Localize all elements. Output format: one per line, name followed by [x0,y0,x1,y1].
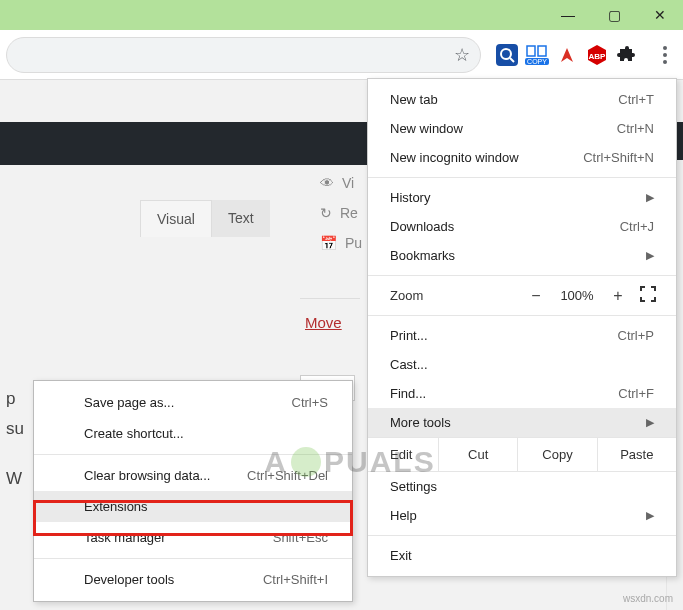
svg-rect-0 [496,44,518,66]
more-tools-submenu: Save page as...Ctrl+S Create shortcut...… [33,380,353,602]
paste-button[interactable]: Paste [597,438,676,471]
extension-icons: COPY ABP [493,41,641,69]
svg-rect-4 [538,46,546,56]
eye-icon: 👁 [320,175,334,191]
fullscreen-icon[interactable] [634,286,662,305]
body-text-fragment-2: su [6,415,24,442]
copy-extension-icon[interactable]: COPY [523,41,551,69]
chrome-main-menu: New tabCtrl+T New windowCtrl+N New incog… [367,78,677,577]
editor-tabs: Visual Text [140,200,270,237]
side-revisions: Re [340,205,358,221]
copy-button[interactable]: Copy [517,438,596,471]
menu-new-tab[interactable]: New tabCtrl+T [368,85,676,114]
close-button[interactable]: ✕ [637,0,683,30]
edit-label: Edit [368,438,438,471]
chevron-right-icon: ▶ [646,509,654,522]
footer-credit: wsxdn.com [623,593,673,604]
zoom-in-button[interactable]: + [602,287,634,305]
tab-text[interactable]: Text [212,200,270,237]
menu-new-window[interactable]: New windowCtrl+N [368,114,676,143]
svg-point-8 [663,53,667,57]
copy-badge: COPY [525,58,549,65]
zoom-label: Zoom [390,288,520,303]
submenu-extensions[interactable]: Extensions [34,491,352,522]
menu-exit[interactable]: Exit [368,541,676,570]
menu-downloads[interactable]: DownloadsCtrl+J [368,212,676,241]
menu-zoom-row: Zoom − 100% + [368,281,676,310]
extensions-puzzle-icon[interactable] [613,41,641,69]
menu-incognito[interactable]: New incognito windowCtrl+Shift+N [368,143,676,172]
sidebar-meta: 👁Vi ↻Re 📅Pu [320,175,362,251]
maximize-button[interactable]: ▢ [591,0,637,30]
svg-rect-3 [527,46,535,56]
menu-settings[interactable]: Settings [368,472,676,501]
search-extension-icon[interactable] [493,41,521,69]
chrome-menu-button[interactable] [647,37,683,73]
adblock-extension-icon[interactable]: ABP [583,41,611,69]
submenu-developer-tools[interactable]: Developer toolsCtrl+Shift+I [34,564,352,595]
menu-cast[interactable]: Cast... [368,350,676,379]
side-visibility: Vi [342,175,354,191]
zoom-value: 100% [552,288,602,303]
move-link[interactable]: Move [305,314,342,331]
address-bar[interactable]: ☆ [6,37,481,73]
chevron-right-icon: ▶ [646,249,654,262]
menu-bookmarks[interactable]: Bookmarks▶ [368,241,676,270]
menu-more-tools[interactable]: More tools▶ [368,408,676,437]
minimize-button[interactable]: — [545,0,591,30]
cut-button[interactable]: Cut [438,438,517,471]
bookmark-star-icon[interactable]: ☆ [454,44,470,66]
chevron-right-icon: ▶ [646,191,654,204]
menu-print[interactable]: Print...Ctrl+P [368,321,676,350]
submenu-task-manager[interactable]: Task managerShift+Esc [34,522,352,553]
svg-text:ABP: ABP [589,52,607,61]
arrow-extension-icon[interactable] [553,41,581,69]
browser-toolbar: ☆ COPY ABP [0,30,683,80]
submenu-save-page[interactable]: Save page as...Ctrl+S [34,387,352,418]
zoom-out-button[interactable]: − [520,287,552,305]
tab-visual[interactable]: Visual [140,200,212,237]
svg-point-9 [663,60,667,64]
submenu-create-shortcut[interactable]: Create shortcut... [34,418,352,449]
menu-find[interactable]: Find...Ctrl+F [368,379,676,408]
menu-help[interactable]: Help▶ [368,501,676,530]
body-text-fragment-1: p [6,385,15,412]
body-text-fragment-3: W [6,465,22,492]
chevron-right-icon: ▶ [646,416,654,429]
menu-history[interactable]: History▶ [368,183,676,212]
window-titlebar: — ▢ ✕ [0,0,683,30]
menu-edit-row: Edit Cut Copy Paste [368,437,676,472]
clock-icon: ↻ [320,205,332,221]
side-publish: Pu [345,235,362,251]
calendar-icon: 📅 [320,235,337,251]
submenu-clear-browsing-data[interactable]: Clear browsing data...Ctrl+Shift+Del [34,460,352,491]
svg-point-7 [663,46,667,50]
